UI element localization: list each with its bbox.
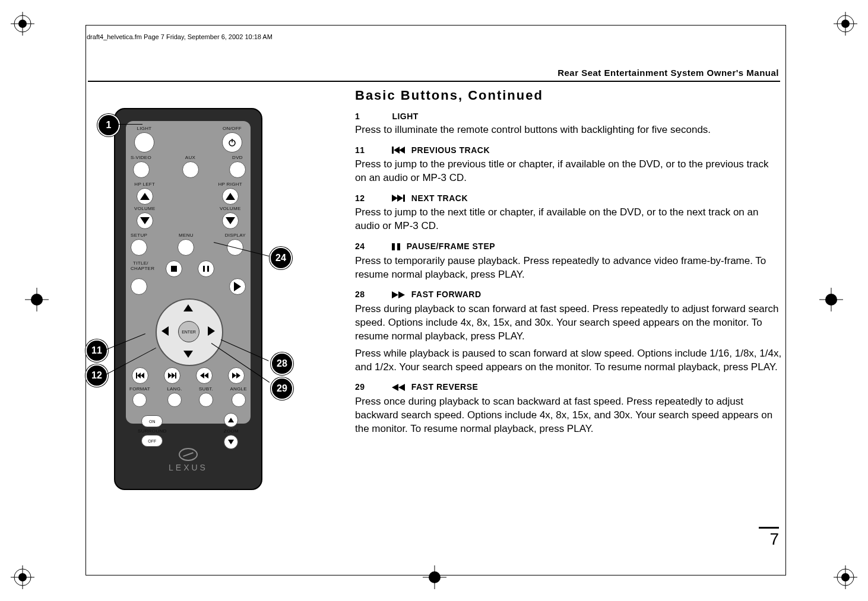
remote-illustration: LIGHT ON/OFF S-VIDEO AUX DVD HP LEFT VOL… — [114, 108, 274, 497]
stop-icon — [171, 266, 177, 272]
section-1-label: 1 LIGHT — [355, 112, 783, 121]
dpad-left-button[interactable] — [161, 326, 169, 336]
next-track-button[interactable] — [164, 367, 180, 384]
setup-button[interactable] — [131, 239, 147, 256]
stop-button[interactable] — [166, 260, 182, 277]
callout-29: 29 — [271, 377, 293, 400]
callout-11: 11 — [85, 339, 108, 362]
hp-right-down-button[interactable] — [222, 212, 239, 229]
section-title: FAST FORWARD — [411, 290, 481, 299]
aux-button[interactable] — [182, 161, 199, 178]
label-hpleft: HP LEFT — [134, 182, 155, 187]
label-enter: ENTER — [182, 330, 196, 334]
fast-forward-button[interactable] — [228, 367, 245, 384]
label-onoff: ON/OFF — [223, 126, 242, 131]
text-column: Basic Buttons, Continued 1 LIGHT Press t… — [355, 88, 783, 440]
label-zoom: ZOOM — [224, 428, 239, 434]
svg-marker-44 — [141, 373, 144, 379]
svg-marker-29 — [397, 195, 403, 202]
label-on: ON — [149, 419, 156, 424]
menu-button[interactable] — [178, 239, 194, 256]
header-rule — [88, 81, 780, 82]
crop-target-icon — [25, 288, 49, 311]
dpad-down-button[interactable] — [183, 351, 193, 358]
label-surround: SURROUND — [138, 428, 167, 434]
triangle-down-icon — [228, 440, 234, 444]
section-28-body1: Press during playback to scan forward at… — [355, 303, 783, 344]
section-28-body2: Press while playback is paused to scan f… — [355, 347, 783, 374]
label-menu: MENU — [179, 233, 194, 238]
section-28-label: 28 FAST FORWARD — [355, 290, 783, 300]
svg-rect-42 — [136, 373, 137, 379]
registration-mark-icon — [11, 565, 34, 589]
enter-button[interactable]: ENTER — [178, 321, 199, 342]
brand-logo: LEXUS — [115, 448, 261, 472]
next-track-icon — [168, 373, 176, 379]
zoom-down-button[interactable] — [224, 435, 238, 449]
section-number: 11 — [355, 145, 389, 155]
svg-rect-47 — [175, 373, 176, 379]
svg-rect-30 — [403, 195, 405, 202]
callout-1: 1 — [97, 114, 120, 136]
section-24-body: Press to temporarily pause playback. Pre… — [355, 255, 783, 282]
label-display: DISPLAY — [225, 233, 246, 238]
svg-marker-33 — [392, 291, 398, 298]
triangle-up-icon — [140, 193, 150, 200]
label-aux: AUX — [185, 155, 195, 160]
section-title: FAST REVERSE — [411, 382, 479, 392]
svg-rect-40 — [203, 266, 205, 272]
leader-line — [118, 124, 142, 125]
page-number: 7 — [759, 527, 779, 549]
power-button[interactable] — [222, 132, 242, 152]
section-24-label: 24 PAUSE/FRAME STEP — [355, 241, 783, 252]
svg-marker-36 — [398, 384, 405, 391]
dpad-up-button[interactable] — [183, 304, 193, 311]
svg-marker-49 — [204, 373, 208, 379]
light-button[interactable] — [134, 132, 154, 152]
fast-reverse-icon — [392, 383, 405, 393]
label-lang: LANG. — [167, 386, 182, 392]
zoom-up-button[interactable] — [224, 413, 238, 427]
next-track-icon — [392, 194, 405, 203]
section-number: 1 — [355, 112, 389, 121]
fast-forward-icon — [232, 373, 240, 379]
registration-mark-icon — [834, 565, 857, 589]
svg-marker-28 — [392, 195, 398, 202]
label-volume-r: VOLUME — [220, 206, 241, 211]
label-light: LIGHT — [137, 126, 151, 131]
section-number: 28 — [355, 290, 389, 299]
format-button[interactable] — [132, 393, 147, 407]
hp-left-down-button[interactable] — [137, 212, 153, 229]
remote-face: LIGHT ON/OFF S-VIDEO AUX DVD HP LEFT VOL… — [126, 121, 251, 424]
svg-marker-26 — [394, 147, 400, 154]
fast-forward-icon — [392, 291, 405, 300]
section-29-body: Press once during playback to scan backw… — [355, 395, 783, 436]
hp-right-up-button[interactable] — [222, 188, 239, 205]
running-head: Rear Seat Entertainment System Owner's M… — [557, 68, 779, 78]
svg-marker-27 — [399, 147, 405, 154]
section-12-body: Press to jump to the next title or chapt… — [355, 206, 783, 233]
callout-24: 24 — [270, 247, 292, 269]
callout-12: 12 — [85, 364, 108, 387]
section-number: 24 — [355, 241, 389, 251]
fast-reverse-button[interactable] — [196, 367, 213, 384]
triangle-down-icon — [140, 217, 150, 224]
pause-button[interactable] — [198, 260, 214, 277]
prev-track-button[interactable] — [132, 367, 148, 384]
title-chapter-button[interactable] — [131, 278, 147, 295]
section-number: 29 — [355, 382, 389, 392]
surround-on-button[interactable]: ON — [141, 415, 163, 427]
surround-off-button[interactable]: OFF — [141, 435, 163, 447]
section-11-label: 11 PREVIOUS TRACK — [355, 145, 783, 155]
triangle-up-icon — [228, 418, 234, 422]
section-heading: Basic Buttons, Continued — [355, 88, 783, 103]
dpad-right-button[interactable] — [208, 326, 215, 336]
svideo-button[interactable] — [133, 161, 150, 178]
lang-button[interactable] — [167, 393, 182, 407]
angle-button[interactable] — [232, 393, 246, 407]
subt-button[interactable] — [199, 393, 213, 407]
label-format: FORMAT — [129, 386, 150, 392]
hp-left-up-button[interactable] — [137, 188, 153, 205]
dvd-button[interactable] — [229, 161, 246, 178]
play-button[interactable] — [229, 278, 246, 295]
